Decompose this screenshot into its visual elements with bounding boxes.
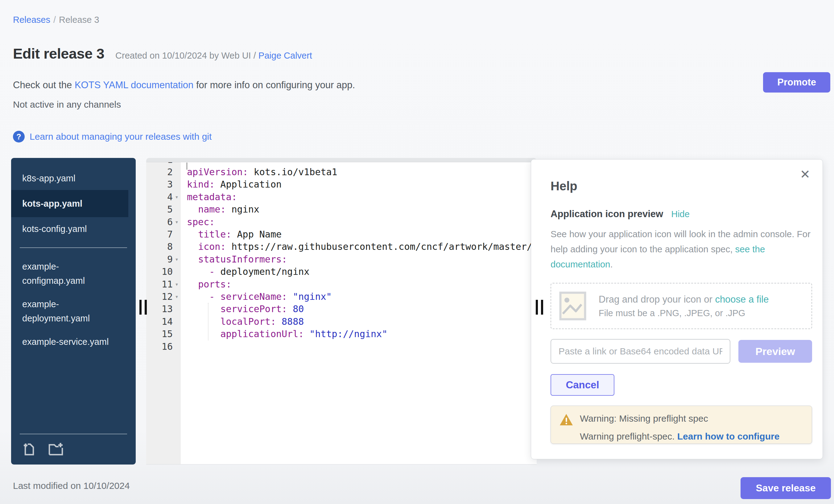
warning-icon [559,413,573,426]
question-icon: ? [13,131,25,143]
promote-button[interactable]: Promote [763,72,830,92]
created-author-link[interactable]: Paige Calvert [259,50,312,61]
preflight-warning: Warning: Missing preflight spec Warning … [551,406,812,444]
channel-status: Not active in any channels [13,99,121,110]
line-number: 2 [167,167,173,177]
add-folder-button[interactable] [48,440,64,457]
code-line-14[interactable]: 14 localPort: 8888 [146,315,537,328]
preview-button[interactable]: Preview [739,340,812,363]
icon-preview-description: See how your application icon will look … [551,226,812,272]
sidebar-item-kots-config[interactable]: kots-config.yaml [11,217,122,241]
save-release-button[interactable]: Save release [741,477,831,499]
line-number: 8 [167,241,173,252]
code-line-12[interactable]: 12▾ - serviceName: "nginx" [146,290,537,303]
add-folder-icon [48,440,64,457]
sidebar-divider [20,247,127,248]
git-help-row[interactable]: ? Learn about managing your releases wit… [13,131,212,143]
warning-title: Warning: Missing preflight spec [580,413,780,424]
title-row: Edit release 3 Created on 10/10/2024 by … [13,45,312,62]
code-line-10[interactable]: 10 - deployment/nginx [146,266,537,278]
file-sidebar: k8s-app.yaml kots-app.yaml kots-config.y… [11,158,136,464]
sidebar-item-example-deployment[interactable]: example-deployment.yaml [11,292,122,330]
code-line-3[interactable]: 3kind: Application [146,178,537,191]
docs-line: Check out the KOTS YAML documentation fo… [13,80,355,91]
choose-file-link[interactable]: choose a file [715,294,769,305]
sidebar-item-example-service[interactable]: example-service.yaml [11,330,122,353]
code-line-13[interactable]: 13 servicePort: 80 [146,303,537,315]
icon-url-input[interactable] [551,339,730,364]
sidebar-item-example-configmap[interactable]: example-configmap.yaml [11,255,122,292]
add-file-icon [22,440,37,457]
git-releases-link[interactable]: Learn about managing your releases with … [29,131,212,142]
code-line-9[interactable]: 9▾ statusInformers: [146,253,537,265]
line-number: 11 [161,279,173,290]
code-line-4[interactable]: 4▾metadata: [146,191,537,203]
line-number: 3 [167,179,173,190]
close-icon[interactable]: ✕ [800,168,810,180]
code-line-7[interactable]: 7 title: App Name [146,228,537,240]
hide-link[interactable]: Hide [671,209,690,219]
breadcrumb-separator: / [53,15,56,25]
line-number: 5 [167,204,173,215]
cancel-button[interactable]: Cancel [551,374,614,396]
breadcrumb-releases-link[interactable]: Releases [13,15,50,25]
line-number: 10 [161,266,173,277]
image-placeholder-icon [559,291,586,321]
code-line-15[interactable]: 15 applicationUrl: "http://nginx" [146,328,537,340]
sidebar-item-k8s-app[interactable]: k8s-app.yaml [11,167,122,190]
yaml-editor[interactable]: 1--- 2apiVersion: kots.io/v1beta1 3kind:… [146,158,537,464]
line-number: 6 [167,217,173,227]
code-line-6[interactable]: 6▾spec: [146,216,537,228]
line-number: 9 [167,254,173,265]
code-line-8[interactable]: 8 icon: https://raw.githubusercontent.co… [146,241,537,253]
fold-icon[interactable]: ▾ [173,218,181,225]
line-number: 12 [161,291,173,302]
icon-preview-title: Application icon preview [551,209,663,220]
docs-pre: Check out the [13,80,75,90]
code-line-5[interactable]: 5 name: nginx [146,203,537,216]
icon-dropzone[interactable]: Drag and drop your icon or choose a file… [551,283,812,329]
code-line-16[interactable]: 16 [146,340,537,353]
created-prefix: Created on 10/10/2024 by Web UI / [115,50,259,61]
add-file-button[interactable] [22,440,37,457]
page-title: Edit release 3 [13,45,104,62]
created-info: Created on 10/10/2024 by Web UI / Paige … [115,50,312,61]
warning-detail-text: Warning preflight-spec. [580,431,677,441]
sidebar-resize-handle[interactable] [139,300,147,314]
sidebar-item-kots-app[interactable]: kots-app.yaml [11,190,128,217]
line-number: 7 [167,229,173,240]
breadcrumb: Releases/Release 3 [13,15,99,25]
help-panel-title: Help [551,179,812,193]
fold-icon[interactable]: ▾ [173,193,181,200]
docs-post: for more info on configuring your app. [193,80,355,90]
fold-icon[interactable]: ▾ [173,281,181,287]
line-number: 13 [161,304,173,314]
code-line-11[interactable]: 11▾ ports: [146,278,537,290]
help-panel-resize-handle[interactable] [536,300,544,314]
line-number: 16 [161,341,173,352]
fold-icon[interactable]: ▾ [173,293,181,300]
code-line-2[interactable]: 2apiVersion: kots.io/v1beta1 [146,166,537,178]
help-panel: ✕ Help Application icon preview Hide See… [531,159,823,459]
desc-post: . [610,259,613,269]
dropzone-main-text: Drag and drop your icon or choose a file [599,294,769,305]
dropzone-pre: Drag and drop your icon or [599,294,715,305]
line-number: 4 [167,192,173,202]
desc-pre: See how your application icon will look … [551,229,811,254]
dropzone-sub-text: File must be a .PNG, .JPEG, or .JPG [599,308,769,318]
breadcrumb-current: Release 3 [59,15,99,25]
sidebar-footer [20,434,127,458]
kots-yaml-docs-link[interactable]: KOTS YAML documentation [75,80,193,90]
fold-icon[interactable]: ▾ [173,256,181,262]
editor-lines: 1--- 2apiVersion: kots.io/v1beta1 3kind:… [146,158,537,353]
editor-top-scrollbar[interactable] [146,158,537,162]
last-modified-text: Last modified on 10/10/2024 [13,481,130,491]
line-number: 15 [161,328,173,339]
learn-configure-link[interactable]: Learn how to configure [677,431,780,441]
warning-detail: Warning preflight-spec. Learn how to con… [580,431,780,442]
line-number: 14 [161,316,173,327]
